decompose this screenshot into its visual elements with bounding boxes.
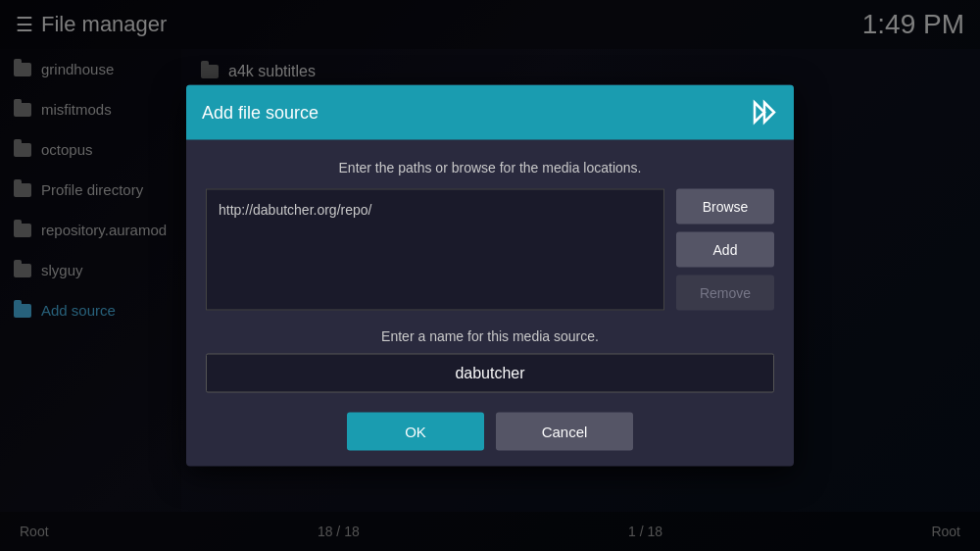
dialog-title: Add file source	[202, 102, 318, 123]
sources-area: http://dabutcher.org/repo/ Browse Add Re…	[206, 189, 774, 311]
media-source-name-input[interactable]	[206, 354, 774, 393]
add-button[interactable]: Add	[676, 232, 774, 268]
add-file-source-dialog: Add file source Enter the paths or brows…	[186, 85, 794, 467]
source-url-entry[interactable]: http://dabutcher.org/repo/	[219, 200, 652, 220]
dialog-hint-text: Enter the paths or browse for the media …	[206, 160, 774, 175]
dialog-header: Add file source	[186, 85, 794, 140]
name-input-wrapper	[206, 354, 774, 393]
dialog-body: Enter the paths or browse for the media …	[186, 140, 794, 467]
dialog-actions: OK Cancel	[206, 413, 774, 451]
sources-list: http://dabutcher.org/repo/	[206, 189, 664, 311]
name-hint-text: Enter a name for this media source.	[206, 328, 774, 344]
remove-button[interactable]: Remove	[676, 276, 774, 311]
ok-button[interactable]: OK	[347, 413, 484, 451]
sources-buttons: Browse Add Remove	[676, 189, 774, 311]
cancel-button[interactable]: Cancel	[496, 413, 633, 451]
svg-marker-0	[755, 103, 764, 123]
kodi-logo	[751, 99, 778, 126]
browse-button[interactable]: Browse	[676, 189, 774, 225]
